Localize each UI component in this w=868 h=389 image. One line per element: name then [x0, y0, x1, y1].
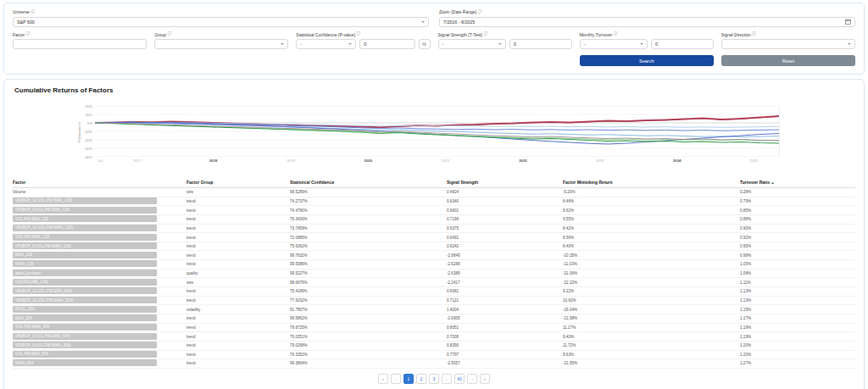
table-row[interactable]: LN(VOLUME_126)size98.6676%-2.2417-22.22%… [13, 278, 855, 287]
universe-select[interactable]: S&P 500 [13, 17, 429, 27]
table-row[interactable]: VOL.PW.WMA_504trend78.8725%0.805111.17%1… [13, 324, 855, 333]
table-row[interactable]: VR(BOP_6,VOL.PW.SMA_126)trend74.4780%0.6… [13, 206, 855, 215]
reset-button[interactable]: Reset [721, 55, 855, 66]
stat-confidence-operator-select[interactable]: - [296, 39, 356, 49]
cell-factor[interactable]: VR(BOP_12,VOL.PW.WMA_504) [13, 297, 186, 304]
cell-factor[interactable]: WMA_504 [13, 359, 186, 367]
table-row[interactable]: WMA_126trend99.5086%-2.6288-11.03%1.05% [13, 260, 855, 270]
table-row[interactable]: VOL.PW.EMA_504trend76.3352%0.77979.63%1.… [13, 351, 855, 360]
factor-chip[interactable]: VR(BOP_6,VOL.PW.WMA_126) [13, 242, 157, 249]
col-factor-mimicking-return[interactable]: Factor Mimicking Return [563, 180, 740, 185]
factor-chip[interactable]: VR(BOP_12,VOL.PW.EMA_504) [13, 287, 157, 294]
chart-plot-area[interactable]: Jul201720182019202020212022202320242025 [95, 106, 780, 167]
page-button-3[interactable]: 3 [429, 374, 439, 384]
table-row[interactable]: EMA_126trend99.7632%-2.8849-10.35%0.98% [13, 251, 855, 260]
cell-factor[interactable]: EMA_504 [13, 314, 186, 322]
cell-factor[interactable]: VR(BOP_12,VOL.PW.SMA_126) [13, 197, 186, 205]
factor-chip[interactable]: VR(BOP_6,VOL.PW.WMA_504) [13, 342, 157, 348]
factor-chip[interactable]: EMA_126 [13, 252, 157, 258]
monthly-turnover-operator-select[interactable]: - [580, 39, 648, 49]
cell-factor[interactable]: VR(BOP_6,VOL.PW.WMA_504) [13, 342, 186, 349]
info-icon[interactable]: ⓘ [31, 10, 35, 14]
table-row[interactable]: EMA_504trend99.5862%-2.6905-21.58%1.17% [13, 314, 855, 324]
info-icon[interactable]: ⓘ [357, 32, 361, 36]
cell-factor[interactable]: VR(BOP_6,VOL.PW.WMA_126) [13, 242, 186, 250]
cell-factor[interactable]: VR(BOP_12,VOL.PW.EMA_504) [13, 287, 186, 295]
factor-chip[interactable]: VOL.PW.WMA_504 [13, 324, 157, 331]
cell-factor-mimicking-return: 9.22% [563, 289, 740, 293]
search-button[interactable]: Search [580, 55, 714, 66]
table-row[interactable]: VR(BOP_12,VOL.PW.EMA_504)trend75.4189%0.… [13, 287, 855, 297]
group-select[interactable] [154, 39, 288, 49]
info-icon[interactable]: ⓘ [478, 10, 482, 14]
signal-direction-select[interactable] [721, 39, 855, 49]
table-row[interactable]: VR(BOP_6,VOL.PW.WMA_504)trend79.0268%0.8… [13, 342, 855, 351]
factor-chip[interactable]: VOL.PW.EMA_504 [13, 351, 157, 358]
cell-factor[interactable]: VOL.PW.EMA_504 [13, 351, 186, 358]
info-icon[interactable]: ⓘ [752, 32, 756, 36]
table-row[interactable]: VR(BOP_6,VOL.PW.EMA_504)trend76.0351%0.7… [13, 332, 855, 342]
cell-factor[interactable]: WMA_126 [13, 260, 186, 268]
factor-chip[interactable]: VOL.PW.SMA_126 [13, 215, 157, 222]
table-row[interactable]: WMA_504trend99.3864%-2.5057-21.55%1.27% [13, 359, 855, 369]
factor-chip[interactable]: VR(BOP_6,VOL.PW.SMA_126) [13, 207, 157, 214]
factor-chip[interactable]: VR(BOP_6,VOL.PW.EMA_504) [13, 333, 157, 340]
table-row[interactable]: Volumesize68.5289%0.4824-5.20%0.28% [13, 188, 855, 197]
cell-turnover-ratio: 0.95% [740, 244, 855, 248]
cell-factor[interactable]: VOL.PW.WMA_126 [13, 234, 186, 242]
cell-factor[interactable]: asset_turnover [13, 270, 186, 277]
factor-chip[interactable]: WMA_126 [13, 260, 157, 267]
pagination-nav-button[interactable]: » [480, 374, 490, 384]
cell-factor-mimicking-return: 10.62% [563, 298, 740, 303]
page-button-40[interactable]: 40 [454, 374, 465, 384]
table-row[interactable]: RVOL_252volatility91.7857%1.4004-16.04%1… [13, 305, 855, 314]
cell-factor[interactable]: Volume [13, 190, 186, 194]
factor-chip[interactable]: asset_turnover [13, 270, 157, 276]
factor-chip[interactable]: VOL.PW.WMA_126 [13, 234, 157, 241]
factor-input[interactable] [13, 39, 147, 49]
factor-chip[interactable]: VR(BOP_12,VOL.PW.WMA_504) [13, 297, 157, 303]
cell-factor[interactable]: VR(BOP_6,VOL.PW.SMA_126) [13, 207, 186, 214]
col-signal-strength[interactable]: Signal Strength [447, 180, 563, 185]
table-row[interactable]: VR(BOP_12,VOL.PW.WMA_504)trend77.9152%0.… [13, 297, 855, 306]
factor-chip[interactable]: RVOL_252 [13, 306, 157, 313]
factor-chip[interactable]: EMA_504 [13, 314, 157, 321]
factor-chip[interactable]: WMA_504 [13, 359, 157, 366]
pagination-ellipsis[interactable]: ... [442, 374, 452, 384]
col-turnover-ratio[interactable]: Turnover Ratio ▲ [740, 180, 855, 185]
info-icon[interactable]: ⓘ [168, 32, 172, 36]
pagination-nav-button[interactable]: ‹ [391, 374, 401, 384]
table-row[interactable]: VOL.PW.WMA_126trend72.0885%0.64918.56%0.… [13, 233, 855, 242]
page-button-1[interactable]: 1 [403, 374, 414, 384]
col-factor[interactable]: Factor [13, 180, 186, 185]
info-icon[interactable]: ⓘ [26, 32, 31, 36]
table-row[interactable]: VR(BOP_12,VOL.PW.WMA_126)trend73.7459%0.… [13, 225, 855, 234]
page-button-2[interactable]: 2 [416, 374, 426, 384]
cell-factor[interactable]: EMA_126 [13, 252, 186, 259]
table-row[interactable]: asset_turnoverquality99.5227%-2.6389-21.… [13, 270, 855, 279]
cell-factor[interactable]: VOL.PW.WMA_504 [13, 324, 186, 331]
pagination-nav-button[interactable]: « [378, 374, 388, 384]
stat-confidence-value-input[interactable]: 0 [359, 39, 415, 49]
cell-factor[interactable]: LN(VOLUME_126) [13, 279, 186, 286]
info-icon[interactable]: ⓘ [484, 32, 488, 36]
table-row[interactable]: VR(BOP_6,VOL.PW.WMA_126)trend75.6362%0.6… [13, 242, 855, 252]
factor-chip[interactable]: VR(BOP_12,VOL.PW.SMA_126) [13, 197, 157, 204]
cell-factor[interactable]: VR(BOP_6,VOL.PW.EMA_504) [13, 333, 186, 341]
pagination-nav-button[interactable]: › [467, 374, 477, 384]
cell-factor[interactable]: VR(BOP_12,VOL.PW.WMA_126) [13, 225, 186, 232]
factor-chip[interactable]: VR(BOP_12,VOL.PW.WMA_126) [13, 225, 157, 231]
info-icon[interactable]: ⓘ [614, 32, 618, 36]
factor-chip[interactable]: LN(VOLUME_126) [13, 279, 157, 286]
signal-strength-value-input[interactable]: 0 [509, 39, 572, 49]
sort-ascending-icon[interactable]: ▲ [771, 181, 775, 185]
date-range-input[interactable]: 7/2016 - 6/2025 [439, 17, 855, 27]
cell-factor[interactable]: RVOL_252 [13, 306, 186, 314]
cell-factor[interactable]: VOL.PW.SMA_126 [13, 215, 186, 223]
table-row[interactable]: VR(BOP_12,VOL.PW.SMA_126)trend74.2737%0.… [13, 197, 855, 207]
col-factor-group[interactable]: Factor Group [186, 180, 290, 185]
table-row[interactable]: VOL.PW.SMA_126trend76.3430%0.71999.55%0.… [13, 215, 855, 225]
signal-strength-operator-select[interactable]: - [438, 39, 506, 49]
monthly-turnover-value-input[interactable]: 0 [651, 39, 714, 49]
col-statistical-confidence[interactable]: Statistical Confidence [290, 180, 447, 185]
